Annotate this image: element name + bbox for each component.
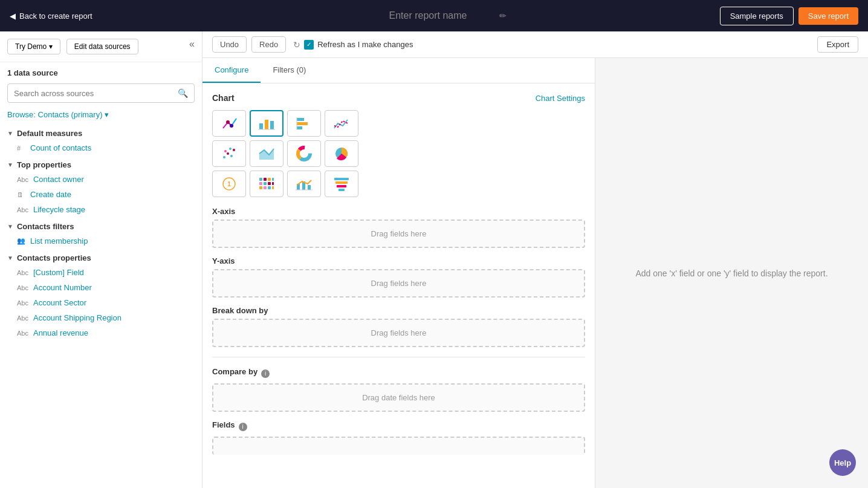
chevron-down-icon: ▼: [7, 130, 13, 137]
search-box[interactable]: 🔍: [7, 83, 195, 103]
edit-title-icon[interactable]: ✏: [499, 11, 507, 21]
svg-point-15: [230, 155, 233, 157]
chart-type-funnel-button[interactable]: [325, 171, 358, 197]
panel-tabs: Configure Filters (0): [202, 58, 595, 83]
section-header-contacts-properties[interactable]: ▼ Contacts properties: [0, 249, 202, 265]
sidebar-item-lifecycle-stage[interactable]: Abc Lifecycle stage: [0, 202, 202, 217]
sidebar-item-label: Create date: [30, 190, 71, 199]
chart-type-magic-button[interactable]: [212, 110, 246, 137]
svg-rect-37: [272, 182, 274, 185]
export-button[interactable]: Export: [817, 36, 858, 53]
try-demo-button[interactable]: Try Demo ▾: [7, 39, 60, 54]
try-demo-label: Try Demo: [15, 42, 47, 51]
sample-reports-button[interactable]: Sample reports: [720, 7, 794, 25]
fields-info-icon[interactable]: i: [239, 423, 247, 431]
redo-button[interactable]: Redo: [251, 36, 286, 53]
compare-info-icon[interactable]: i: [261, 369, 270, 378]
svg-rect-5: [259, 123, 263, 129]
section-header-contacts-filters[interactable]: ▼ Contacts filters: [0, 217, 202, 233]
report-title-input[interactable]: [361, 10, 494, 21]
sidebar-item-contact-owner[interactable]: Abc Contact owner: [0, 172, 202, 187]
sidebar-item-annual-revenue[interactable]: Abc Annual revenue: [0, 325, 202, 340]
back-link[interactable]: ◀ Back to create report: [10, 11, 92, 21]
svg-point-3: [226, 120, 230, 124]
chart-type-bar-button[interactable]: [250, 110, 283, 137]
browse-primary-label[interactable]: Contacts (primary) ▾: [38, 110, 109, 119]
chart-type-combo-button[interactable]: [287, 171, 321, 197]
svg-rect-10: [297, 122, 308, 125]
section-label-contacts-properties: Contacts properties: [17, 253, 91, 262]
tab-configure[interactable]: Configure: [202, 58, 261, 83]
sidebar-item-custom-field[interactable]: Abc [Custom] Field: [0, 265, 202, 280]
chart-type-donut-button[interactable]: [287, 140, 321, 167]
chart-type-number-button[interactable]: 1: [212, 171, 246, 197]
sidebar-item-account-sector[interactable]: Abc Account Sector: [0, 295, 202, 310]
breakdown-drop-zone[interactable]: Drag fields here: [212, 319, 585, 347]
abc-icon: Abc: [17, 269, 28, 276]
compare-drop-zone[interactable]: Drag date fields here: [212, 383, 585, 412]
chevron-down-icon: ▼: [7, 223, 13, 230]
search-input[interactable]: [14, 89, 170, 98]
refresh-area: ↻ ✓ Refresh as I make changes: [293, 40, 413, 50]
collapse-sidebar-button[interactable]: «: [189, 39, 195, 50]
svg-text:1: 1: [227, 181, 231, 187]
chart-type-line-button[interactable]: [325, 110, 358, 137]
chart-section-title: Chart: [212, 93, 235, 103]
x-axis-section: X-axis Drag fields here: [212, 207, 585, 248]
group-icon: 👥: [17, 237, 25, 245]
chart-type-pie-button[interactable]: [325, 140, 358, 167]
section-header-default-measures[interactable]: ▼ Default measures: [0, 124, 202, 140]
checkmark-icon: ✓: [306, 41, 311, 48]
svg-rect-28: [264, 178, 267, 181]
refresh-checkbox[interactable]: ✓: [304, 40, 314, 50]
svg-rect-31: [264, 182, 267, 185]
data-source-count: 1 data source: [0, 62, 202, 80]
svg-point-23: [301, 151, 307, 157]
section-label-contacts-filters: Contacts filters: [17, 222, 74, 231]
svg-rect-46: [338, 189, 345, 191]
chart-type-scatter-button[interactable]: [212, 140, 246, 167]
svg-point-13: [223, 156, 225, 158]
sidebar-item-account-number[interactable]: Abc Account Number: [0, 280, 202, 295]
save-report-button[interactable]: Save report: [798, 7, 858, 25]
chevron-down-icon: ▼: [7, 161, 13, 168]
tab-filters[interactable]: Filters (0): [261, 58, 318, 83]
browse-label: Browse: Contacts (primary) ▾: [0, 106, 202, 124]
sidebar-item-account-shipping-region[interactable]: Abc Account Shipping Region: [0, 310, 202, 325]
svg-point-16: [224, 150, 227, 152]
sidebar-item-list-membership[interactable]: 👥 List membership: [0, 233, 202, 249]
svg-rect-9: [297, 118, 304, 121]
sidebar-item-create-date[interactable]: 🗓 Create date: [0, 187, 202, 202]
chart-type-heatmap-button[interactable]: [250, 171, 283, 197]
chart-settings-link[interactable]: Chart Settings: [536, 94, 585, 103]
chart-type-hbar-button[interactable]: [287, 110, 321, 137]
left-sidebar: Try Demo ▾ Edit data sources « 1 data so…: [0, 31, 202, 488]
browse-static-label: Browse:: [7, 110, 36, 119]
try-demo-chevron-icon: ▾: [49, 42, 53, 51]
svg-point-17: [233, 149, 235, 151]
refresh-label: Refresh as I make changes: [317, 40, 413, 49]
undo-button[interactable]: Undo: [212, 36, 247, 53]
edit-sources-button[interactable]: Edit data sources: [66, 39, 138, 54]
fields-label: Fields: [212, 420, 235, 429]
sidebar-item-label: List membership: [30, 236, 88, 246]
help-button[interactable]: Help: [829, 449, 856, 476]
chart-type-grid: 1: [212, 110, 585, 197]
sidebar-item-label: Account Sector: [33, 298, 86, 307]
y-axis-drop-zone[interactable]: Drag fields here: [212, 269, 585, 298]
section-header-top-properties[interactable]: ▼ Top properties: [0, 155, 202, 172]
fields-drop-zone[interactable]: [212, 437, 585, 455]
sidebar-item-label: Count of contacts: [30, 143, 91, 152]
chart-display-area: Add one 'x' field or one 'y' field to di…: [595, 58, 868, 488]
panel-body: Chart Chart Settings: [202, 83, 595, 488]
chart-empty-message: Add one 'x' field or one 'y' field to di…: [635, 268, 828, 278]
breakdown-section: Break down by Drag fields here: [212, 306, 585, 347]
sidebar-item-count-contacts[interactable]: # Count of contacts: [0, 140, 202, 155]
refresh-icon[interactable]: ↻: [293, 40, 300, 50]
x-axis-drop-zone[interactable]: Drag fields here: [212, 220, 585, 248]
back-link-label: Back to create report: [19, 11, 92, 21]
fields-section: Fields i: [212, 420, 585, 455]
chart-type-area-button[interactable]: [250, 140, 283, 167]
content-area: Configure Filters (0) Chart Chart Settin…: [202, 58, 868, 488]
search-box-wrapper: 🔍: [0, 80, 202, 106]
